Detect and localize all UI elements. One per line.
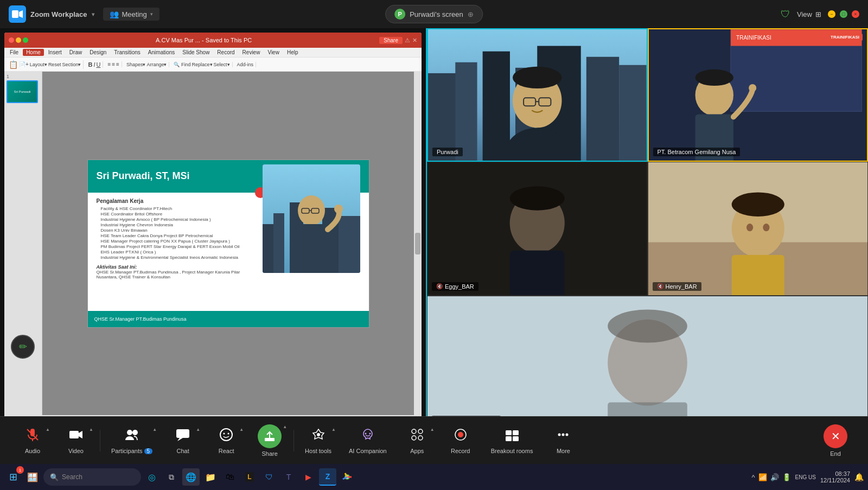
tray-sound[interactable]: 🔊 [770,473,779,481]
video-arrow[interactable]: ▲ [89,427,93,432]
annotation-button[interactable]: ✏ [11,335,35,359]
tray-expand[interactable]: ^ [751,473,755,481]
section-btn[interactable]: Section▾ [62,62,81,67]
cortana-btn[interactable]: ◎ [143,468,161,486]
svg-rect-19 [483,52,510,161]
more-button[interactable]: More [541,423,585,459]
menu-insert[interactable]: Insert [45,49,65,56]
video-icon [68,427,84,446]
notifications-btn[interactable]: 🔔 [854,473,864,481]
audio-button[interactable]: Audio ▲ [11,423,54,459]
reset-btn[interactable]: Reset [48,62,61,67]
participants-arrow[interactable]: ▲ [152,427,157,432]
task-view-btn[interactable]: ⧉ [163,468,180,486]
meeting-button[interactable]: 👥 Meeting ▾ [103,8,159,21]
file-explorer-btn[interactable]: 🪟 [24,468,41,486]
host-tools-button[interactable]: Host tools ▲ [296,423,340,459]
replace-btn[interactable]: Replace▾ [192,62,213,67]
ai-companion-label: AI Companion [349,448,387,454]
edge-btn[interactable]: 🌐 [182,468,200,486]
bold-btn[interactable]: B [88,61,92,68]
menu-help[interactable]: Help [284,49,302,56]
align-center[interactable]: ≡ [112,61,115,67]
menu-record[interactable]: Record [214,49,238,56]
ppt-share-btn[interactable]: Share [379,37,403,44]
slide-footer-text: QHSE Sr.Manager PT.Budimas Pundinusa [94,316,187,322]
lynda-btn[interactable]: L [241,468,258,486]
time-display: 08:37 12/11/2024 [820,470,850,483]
minimize-button[interactable]: − [828,10,835,18]
maximize-button[interactable]: □ [840,10,847,18]
ppt-main-area: Sri Purwadi, ST, MSi Pengalaman Kerja Fa… [42,72,414,415]
select-btn[interactable]: Select▾ [214,62,230,67]
chrome-btn[interactable] [339,468,356,486]
layout-btn[interactable]: Layout▾ [30,62,47,67]
store-btn[interactable]: 🛍 [221,468,239,486]
share-button[interactable]: Share ▲ [248,420,291,461]
menu-view[interactable]: View [264,49,283,56]
svg-point-86 [562,433,565,436]
chat-button[interactable]: Chat ▲ [161,423,205,459]
close-button[interactable]: × [852,10,859,18]
file-manager-btn[interactable]: 📁 [202,468,219,486]
italic-btn[interactable]: I [93,61,95,68]
slide-bullet-2: Industrial Hygiene Amoco ( BP Petrochemi… [101,217,247,222]
host-tools-arrow[interactable]: ▲ [331,427,336,432]
svg-marker-1 [19,10,23,18]
view-label: View [797,10,812,18]
screen-share-options[interactable]: ⊕ [468,10,474,18]
menu-home[interactable]: Home [23,49,44,56]
slide-thumbnail[interactable]: Sri Purwadi [7,80,38,103]
find-btn[interactable]: 🔍 Find [174,62,190,67]
new-slide-btn[interactable]: 📄+ [19,61,29,67]
react-arrow[interactable]: ▲ [239,427,244,432]
align-left[interactable]: ≡ [107,61,111,67]
menu-design[interactable]: Design [86,49,110,56]
shapes-btn[interactable]: Shapes▾ [126,62,146,67]
malwarebytes-btn[interactable]: 🛡 [260,468,278,486]
menu-file[interactable]: File [7,49,22,56]
participants-button[interactable]: Participants 5 ▲ [103,423,161,459]
react-button[interactable]: React ▲ [205,423,248,459]
svg-rect-82 [513,430,519,435]
menu-draw[interactable]: Draw [66,49,85,56]
underline-btn[interactable]: U [96,61,100,68]
paste-btn[interactable]: 📋 [9,60,18,69]
slide-bullet-3: Industrial Hygiene Chevron Indonesia [101,222,247,227]
apps-arrow[interactable]: ▲ [430,427,435,432]
ppt-close-x[interactable]: ✕ [412,37,417,44]
scroll-thumb[interactable] [415,233,420,254]
language-display[interactable]: ENG US [795,474,816,480]
addins-btn[interactable]: Add-ins [237,62,254,67]
dropdown-icon[interactable]: ▾ [92,11,94,17]
ppt-titlebar: A.CV Mas Pur ... - Saved to This PC Shar… [4,33,422,48]
end-button[interactable]: ✕ End [814,420,857,461]
menu-slideshow[interactable]: Slide Show [179,49,213,56]
audio-arrow[interactable]: ▲ [46,427,50,432]
teams-btn[interactable]: T [280,468,297,486]
svg-point-65 [132,430,138,435]
taskbar-search[interactable]: 🔍 Search [43,468,141,486]
slide-thumb-text: Sri Purwadi [13,89,32,94]
ai-companion-button[interactable]: AI Companion [340,423,395,459]
record-button[interactable]: Record [439,423,482,459]
menu-review[interactable]: Review [239,49,264,56]
video-button[interactable]: Video ▲ [54,423,98,459]
menu-transitions[interactable]: Transitions [111,49,144,56]
view-button[interactable]: View ⊞ [797,10,821,18]
chat-arrow[interactable]: ▲ [196,427,200,432]
youtube-btn[interactable]: ▶ [299,468,317,486]
ppt-scrollbar[interactable] [414,72,422,415]
meeting-dropdown[interactable]: ▾ [150,11,153,17]
apps-button[interactable]: Apps ▲ [395,423,439,459]
svg-rect-84 [513,436,519,441]
zoom-taskbar-btn[interactable]: Z [319,468,336,486]
menu-animations[interactable]: Animations [145,49,178,56]
store-icon: 🛍 [226,472,234,482]
breakout-button[interactable]: Breakout rooms [482,423,542,459]
align-right[interactable]: ≡ [116,61,119,67]
screen-share-label: Purwadi's screen [410,10,463,18]
arrange-btn[interactable]: Arrange▾ [146,62,167,67]
start-btn-wrap[interactable]: ⊞ 1 [4,468,22,486]
share-arrow[interactable]: ▲ [283,424,287,429]
